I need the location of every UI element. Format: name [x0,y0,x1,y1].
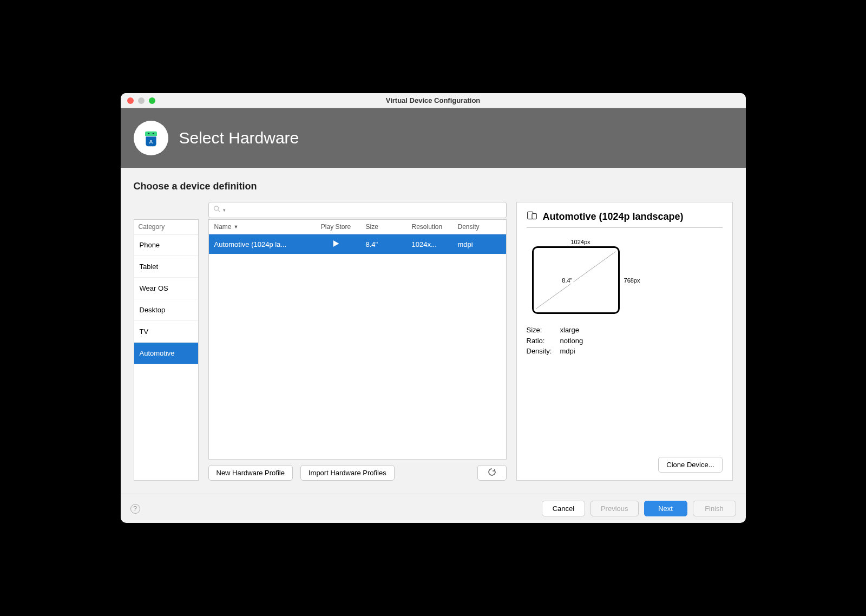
height-label: 768px [624,277,640,284]
column-header-play-store[interactable]: Play Store [312,220,360,234]
cell-density: mdpi [452,236,496,253]
play-store-icon [332,239,340,248]
diagonal-label: 8.4" [561,277,573,284]
cell-name: Automotive (1024p la... [209,236,312,253]
next-button[interactable]: Next [644,501,687,516]
search-input[interactable] [228,206,502,214]
dialog-window: Virtual Device Configuration A Select Ha… [121,93,746,523]
devices-icon [527,210,537,223]
column-header-name[interactable]: Name ▼ [209,220,312,234]
cancel-button[interactable]: Cancel [542,501,585,516]
svg-line-8 [536,252,615,309]
category-item-tablet[interactable]: Tablet [134,256,198,278]
svg-point-2 [152,133,154,134]
svg-line-5 [218,210,220,212]
titlebar: Virtual Device Configuration [121,93,746,108]
previous-button[interactable]: Previous [591,501,639,516]
spec-density: mdpi [560,346,575,357]
help-button[interactable]: ? [130,504,140,514]
dimension-diagram: 1024px 8.4" 768px [532,239,640,314]
column-header-resolution[interactable]: Resolution [406,220,452,234]
device-table-column: ▾ Name ▼ Play Store Size Resolution Dens… [208,202,507,481]
table-body: Automotive (1024p la...8.4"1024x...mdpi [209,234,506,459]
column-header-density[interactable]: Density [452,220,496,234]
spec-list: Size:xlarge Ratio:notlong Density:mdpi [527,325,723,357]
content-area: Choose a device definition Category Phon… [121,168,746,494]
category-item-wear-os[interactable]: Wear OS [134,278,198,299]
minimize-window-button[interactable] [138,97,145,104]
traffic-lights [127,97,155,104]
cell-size: 8.4" [360,236,406,253]
search-icon [213,205,221,215]
svg-text:A: A [149,139,153,145]
chevron-down-icon[interactable]: ▾ [223,207,226,213]
category-item-phone[interactable]: Phone [134,234,198,256]
category-column: Category PhoneTabletWear OSDesktopTVAuto… [134,202,199,481]
table-header: Name ▼ Play Store Size Resolution Densit… [209,220,506,234]
category-item-tv[interactable]: TV [134,321,198,343]
android-studio-icon: A [134,121,168,155]
import-hardware-profiles-button[interactable]: Import Hardware Profiles [300,465,395,481]
cell-resolution: 1024x... [406,236,452,253]
banner-title: Select Hardware [179,129,299,147]
sort-arrow-icon: ▼ [234,224,239,230]
cell-play-store [312,235,360,254]
banner: A Select Hardware [121,108,746,168]
refresh-icon [488,468,496,476]
search-field-wrap: ▾ [208,202,507,218]
category-item-desktop[interactable]: Desktop [134,299,198,321]
maximize-window-button[interactable] [149,97,155,104]
svg-point-1 [148,133,149,134]
category-header: Category [134,219,199,234]
finish-button[interactable]: Finish [693,501,736,516]
category-list: PhoneTabletWear OSDesktopTVAutomotive [134,234,199,481]
dialog-footer: ? Cancel Previous Next Finish [121,494,746,523]
window-title: Virtual Device Configuration [121,96,746,104]
column-header-size[interactable]: Size [360,220,406,234]
refresh-button[interactable] [477,465,507,481]
svg-rect-7 [532,214,536,219]
category-item-automotive[interactable]: Automotive [134,343,198,364]
clone-device-button[interactable]: Clone Device... [658,457,722,473]
width-label: 1024px [521,239,640,245]
device-table: Name ▼ Play Store Size Resolution Densit… [208,219,507,460]
table-toolbar: New Hardware Profile Import Hardware Pro… [208,465,507,481]
preview-title: Automotive (1024p landscape) [543,211,684,222]
spec-size: xlarge [560,325,579,336]
table-row[interactable]: Automotive (1024p la...8.4"1024x...mdpi [209,234,506,254]
device-preview-panel: Automotive (1024p landscape) 1024px 8.4"… [516,202,733,481]
spec-ratio: notlong [560,336,583,346]
new-hardware-profile-button[interactable]: New Hardware Profile [208,465,293,481]
svg-point-4 [214,206,218,211]
section-heading: Choose a device definition [134,181,733,192]
screen-rect: 8.4" [532,246,620,314]
close-window-button[interactable] [127,97,134,104]
